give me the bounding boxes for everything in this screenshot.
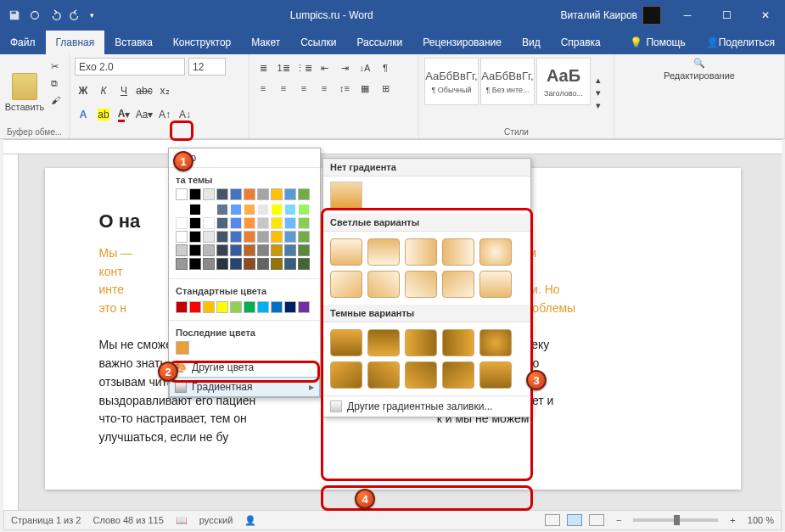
zoom-in-button[interactable]: +	[730, 515, 735, 525]
light-gradient-swatch[interactable]	[442, 238, 474, 266]
font-color-button[interactable]: A▾	[115, 106, 132, 123]
style-card-0[interactable]: АаБбВвГг,¶ Обычный	[424, 58, 479, 105]
status-language[interactable]: русский	[199, 515, 233, 525]
light-gradient-swatch[interactable]	[367, 271, 400, 298]
print-layout-button[interactable]	[567, 514, 582, 526]
theme-tint-swatch[interactable]	[203, 217, 215, 229]
theme-swatch[interactable]	[298, 188, 310, 200]
standard-swatch[interactable]	[271, 301, 283, 313]
light-gradient-swatch[interactable]	[330, 271, 362, 298]
theme-tint-swatch[interactable]	[189, 217, 201, 229]
theme-tint-swatch[interactable]	[284, 204, 296, 216]
theme-tint-swatch[interactable]	[284, 231, 296, 243]
theme-tint-swatch[interactable]	[203, 204, 215, 216]
highlight-button[interactable]: ab	[95, 106, 112, 123]
theme-tint-swatch[interactable]	[271, 217, 283, 229]
theme-swatch[interactable]	[189, 188, 201, 200]
theme-tint-swatch[interactable]	[176, 204, 188, 216]
dark-gradient-swatch[interactable]	[442, 329, 474, 356]
share-button[interactable]: 👤 Поделиться	[696, 31, 785, 54]
align-center-button[interactable]: ≡	[275, 80, 292, 97]
tab-insert[interactable]: Вставка	[104, 31, 163, 54]
dark-gradient-swatch[interactable]	[330, 329, 362, 356]
tab-view[interactable]: Вид	[512, 31, 551, 54]
standard-swatch[interactable]	[189, 301, 201, 313]
dark-gradient-swatch[interactable]	[479, 361, 512, 389]
qat-dropdown-icon[interactable]: ▾	[90, 11, 94, 20]
theme-tint-swatch[interactable]	[244, 217, 255, 229]
tab-layout[interactable]: Макет	[241, 31, 290, 54]
more-gradients-item[interactable]: Другие градиентные заливки...	[323, 395, 530, 417]
sort-button[interactable]: ↓A	[356, 59, 373, 76]
italic-button[interactable]: К	[95, 82, 112, 99]
theme-tint-swatch[interactable]	[203, 258, 215, 270]
vertical-ruler[interactable]	[3, 154, 19, 510]
theme-tint-swatch[interactable]	[189, 244, 201, 256]
zoom-out-button[interactable]: −	[616, 515, 621, 525]
theme-tint-swatch[interactable]	[257, 258, 269, 270]
standard-swatch[interactable]	[203, 301, 215, 313]
theme-tint-swatch[interactable]	[284, 244, 296, 256]
theme-tint-swatch[interactable]	[176, 244, 188, 256]
tab-design[interactable]: Конструктор	[163, 31, 241, 54]
account-area[interactable]: Виталий Каиров	[560, 6, 668, 25]
theme-tint-swatch[interactable]	[257, 244, 269, 256]
tell-me[interactable]: 💡 Помощь	[620, 31, 695, 54]
theme-tint-swatch[interactable]	[271, 204, 283, 216]
standard-swatch[interactable]	[244, 301, 255, 313]
dark-gradient-swatch[interactable]	[330, 361, 362, 389]
theme-tint-swatch[interactable]	[189, 258, 201, 270]
theme-tint-swatch[interactable]	[298, 231, 310, 243]
maximize-button[interactable]: ☐	[707, 0, 746, 31]
strike-button[interactable]: abc	[136, 82, 153, 99]
zoom-level[interactable]: 100 %	[748, 515, 774, 525]
tab-mailings[interactable]: Рассылки	[346, 31, 412, 54]
subscript-button[interactable]: x₂	[156, 82, 173, 99]
theme-tint-swatch[interactable]	[203, 231, 215, 243]
styles-expand-button[interactable]: ▾	[596, 100, 601, 111]
theme-tint-swatch[interactable]	[298, 204, 310, 216]
indent-increase-button[interactable]: ⇥	[336, 59, 353, 76]
dark-gradient-swatch[interactable]	[367, 329, 400, 356]
theme-swatch[interactable]	[203, 188, 215, 200]
theme-tint-swatch[interactable]	[244, 231, 255, 243]
theme-tint-swatch[interactable]	[216, 244, 228, 256]
light-gradient-swatch[interactable]	[479, 238, 512, 266]
theme-tint-swatch[interactable]	[271, 244, 283, 256]
theme-tint-swatch[interactable]	[298, 217, 310, 229]
justify-button[interactable]: ≡	[316, 80, 333, 97]
standard-swatch[interactable]	[216, 301, 228, 313]
theme-tint-swatch[interactable]	[176, 231, 188, 243]
spellcheck-icon[interactable]: 📖	[176, 515, 188, 526]
minimize-button[interactable]: ─	[668, 0, 707, 31]
theme-tint-swatch[interactable]	[216, 217, 228, 229]
theme-tint-swatch[interactable]	[271, 258, 283, 270]
theme-tint-swatch[interactable]	[230, 204, 242, 216]
font-name-combo[interactable]: Exo 2.0	[75, 58, 185, 76]
theme-tint-swatch[interactable]	[216, 231, 228, 243]
align-right-button[interactable]: ≡	[295, 80, 312, 97]
dark-gradient-swatch[interactable]	[405, 329, 437, 356]
find-button[interactable]: 🔍 Редактирование	[680, 58, 719, 81]
theme-tint-swatch[interactable]	[244, 258, 255, 270]
zoom-slider[interactable]	[633, 518, 718, 522]
numbering-button[interactable]: 1≣	[275, 59, 292, 76]
theme-tint-swatch[interactable]	[284, 217, 296, 229]
web-layout-button[interactable]	[589, 514, 604, 526]
theme-tint-swatch[interactable]	[216, 258, 228, 270]
underline-button[interactable]: Ч	[115, 82, 132, 99]
theme-tint-swatch[interactable]	[298, 258, 310, 270]
theme-tint-swatch[interactable]	[257, 217, 269, 229]
theme-tint-swatch[interactable]	[230, 231, 242, 243]
status-words[interactable]: Слово 48 из 115	[93, 515, 163, 525]
styles-up-button[interactable]: ▴	[596, 75, 601, 86]
bold-button[interactable]: Ж	[75, 82, 92, 99]
theme-swatch[interactable]	[284, 188, 296, 200]
style-card-2[interactable]: АаБЗаголово...	[536, 58, 591, 105]
tab-help[interactable]: Справка	[551, 31, 611, 54]
close-button[interactable]: ✕	[746, 0, 785, 31]
styles-down-button[interactable]: ▾	[596, 87, 601, 98]
theme-tint-swatch[interactable]	[230, 258, 242, 270]
theme-swatch[interactable]	[244, 188, 255, 200]
line-spacing-button[interactable]: ↕≡	[336, 80, 353, 97]
